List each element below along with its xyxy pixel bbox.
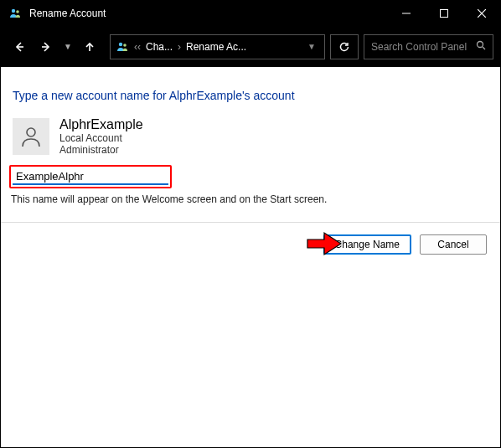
maximize-button[interactable] xyxy=(425,1,462,26)
svg-point-9 xyxy=(119,42,122,45)
window-title: Rename Account xyxy=(29,8,387,19)
svg-point-10 xyxy=(123,44,127,47)
button-label: Cancel xyxy=(437,239,468,250)
search-input[interactable]: Search Control Panel xyxy=(364,34,493,59)
recent-dropdown[interactable]: ▼ xyxy=(61,35,75,59)
minimize-button[interactable] xyxy=(387,1,425,26)
chevron-down-icon[interactable]: ▼ xyxy=(307,42,319,51)
up-button[interactable] xyxy=(78,35,101,59)
svg-rect-3 xyxy=(440,10,447,18)
account-name: AlphrExample xyxy=(59,117,143,132)
hint-text: This name will appear on the Welcome scr… xyxy=(11,193,492,205)
users-icon xyxy=(8,6,23,21)
svg-point-13 xyxy=(27,128,35,136)
search-icon xyxy=(476,40,486,53)
svg-line-12 xyxy=(483,47,485,49)
address-bar[interactable]: ‹‹ Cha... › Rename Ac... ▼ xyxy=(110,34,325,59)
divider xyxy=(1,222,500,223)
button-label: Change Name xyxy=(335,239,400,250)
svg-point-0 xyxy=(12,9,15,13)
button-row: Change Name Cancel xyxy=(9,234,492,255)
close-button[interactable] xyxy=(462,1,500,26)
back-button[interactable] xyxy=(8,35,31,59)
user-info-row: AlphrExample Local Account Administrator xyxy=(13,117,492,157)
breadcrumb-item[interactable]: Rename Ac... xyxy=(186,41,246,53)
svg-point-1 xyxy=(16,10,19,13)
svg-point-11 xyxy=(478,42,483,48)
navigation-bar: ▼ ‹‹ Cha... › Rename Ac... ▼ Search Cont… xyxy=(1,26,500,67)
new-name-field-highlight xyxy=(9,165,172,189)
window-controls xyxy=(387,1,500,26)
avatar xyxy=(13,118,49,155)
forward-button[interactable] xyxy=(34,35,58,59)
users-icon xyxy=(116,40,129,54)
refresh-button[interactable] xyxy=(330,34,359,59)
breadcrumb-separator-icon: ‹‹ xyxy=(134,41,141,53)
chevron-right-icon: › xyxy=(178,41,181,53)
annotation-arrow-icon xyxy=(306,231,343,256)
content-area: Type a new account name for AlphrExample… xyxy=(1,67,500,263)
cancel-button[interactable]: Cancel xyxy=(420,234,487,255)
account-type: Local Account xyxy=(59,132,143,144)
title-bar: Rename Account xyxy=(1,1,500,26)
search-placeholder: Search Control Panel xyxy=(371,41,467,53)
account-role: Administrator xyxy=(59,144,143,156)
breadcrumb-item[interactable]: Cha... xyxy=(146,41,173,53)
page-heading: Type a new account name for AlphrExample… xyxy=(13,89,492,102)
new-name-input[interactable] xyxy=(13,168,168,185)
